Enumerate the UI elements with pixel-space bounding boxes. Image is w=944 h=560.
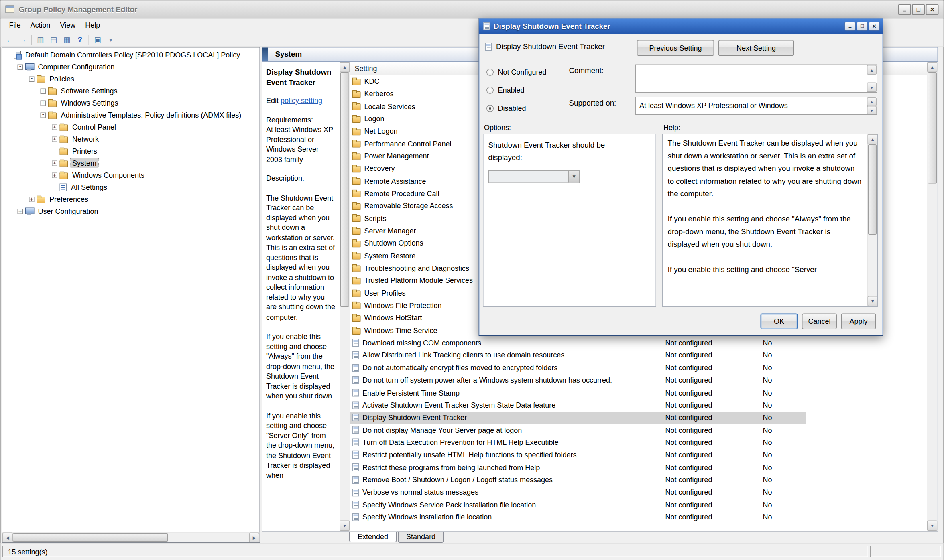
scroll-down-icon[interactable]: ▼: [868, 296, 878, 306]
toolbar-icon[interactable]: [104, 33, 118, 45]
spinner-down-icon[interactable]: ▼: [867, 106, 877, 114]
scroll-up-icon[interactable]: ▲: [868, 134, 878, 145]
view-tab[interactable]: Standard: [398, 532, 444, 543]
setting-row[interactable]: Enable Persistent Time Stamp Not configu…: [350, 386, 928, 399]
tree-item-label: Default Domain Controllers Policy [SP201…: [24, 50, 242, 60]
tree-item[interactable]: User Configuration: [2, 205, 260, 217]
toolbar-icon[interactable]: [60, 33, 73, 45]
setting-state: Not configured: [663, 351, 761, 359]
toolbar-icon[interactable]: [87, 33, 91, 45]
tree-item[interactable]: Computer Configuration: [2, 61, 260, 73]
menu-item[interactable]: Action: [26, 19, 55, 31]
setting-row[interactable]: Allow Distributed Link Tracking clients …: [350, 349, 928, 361]
tree-item[interactable]: Software Settings: [2, 85, 260, 97]
scroll-up-icon[interactable]: ▲: [927, 62, 938, 73]
scroll-down-icon[interactable]: ▼: [927, 521, 938, 531]
column-header-setting[interactable]: Setting: [355, 65, 377, 73]
tree-expander-icon[interactable]: [29, 197, 35, 202]
scroll-right-icon[interactable]: ▶: [249, 533, 260, 543]
toolbar-icon[interactable]: [30, 33, 34, 45]
radio-icon[interactable]: [486, 87, 494, 94]
apply-button[interactable]: Apply: [841, 314, 876, 329]
setting-row[interactable]: Activate Shutdown Event Tracker System S…: [350, 399, 928, 411]
tree-expander-icon[interactable]: [52, 160, 57, 166]
state-radio-option[interactable]: Enabled: [486, 85, 547, 95]
window-caption-button[interactable]: [898, 4, 911, 15]
radio-icon[interactable]: [486, 105, 494, 112]
tree-item[interactable]: Windows Settings: [2, 97, 260, 109]
setting-comment: No: [761, 450, 806, 459]
tree-item[interactable]: Default Domain Controllers Policy [SP201…: [2, 49, 260, 61]
scroll-down-icon[interactable]: ▼: [340, 521, 350, 531]
tree-item[interactable]: Printers: [2, 145, 260, 157]
tree-item-icon: [60, 136, 68, 143]
scroll-thumb[interactable]: [928, 72, 937, 184]
toolbar-icon[interactable]: [34, 33, 47, 45]
window-caption-button[interactable]: [926, 4, 939, 15]
tree-expander-icon[interactable]: [18, 64, 23, 70]
combobox-dropdown-icon[interactable]: [568, 171, 579, 183]
selected-setting-title: Display Shutdown Event Tracker: [266, 67, 337, 87]
dialog-caption-button[interactable]: [857, 22, 868, 31]
dialog-caption-button[interactable]: [869, 22, 880, 31]
scroll-left-icon[interactable]: ◀: [2, 533, 13, 543]
edit-policy-setting-link[interactable]: policy setting: [281, 96, 322, 105]
scroll-up-icon[interactable]: ▲: [867, 65, 877, 75]
scroll-down-icon[interactable]: ▼: [867, 83, 877, 92]
tree-expander-icon[interactable]: [41, 88, 46, 94]
comment-input[interactable]: [637, 66, 867, 92]
tree-item[interactable]: Administrative Templates: Policy definit…: [2, 109, 260, 121]
previous-setting-button[interactable]: Previous Setting: [637, 40, 714, 56]
setting-row[interactable]: Specify Windows installation file locati…: [350, 511, 928, 523]
setting-row[interactable]: Restrict potentially unsafe HTML Help fu…: [350, 448, 928, 461]
setting-row[interactable]: Display Shutdown Event Tracker Not confi…: [350, 411, 928, 424]
tree-expander-icon[interactable]: [41, 100, 46, 106]
tree-expander-icon[interactable]: [52, 172, 57, 178]
view-tab[interactable]: Extended: [349, 532, 397, 542]
setting-row[interactable]: Turn off Data Execution Prevention for H…: [350, 436, 928, 448]
menu-item[interactable]: View: [55, 19, 81, 31]
toolbar-icon[interactable]: [91, 33, 104, 45]
tracker-display-combobox[interactable]: [488, 170, 580, 183]
tree-item[interactable]: Network: [2, 133, 260, 145]
state-radio-option[interactable]: Disabled: [486, 103, 547, 113]
scroll-thumb[interactable]: [868, 144, 877, 235]
cancel-button[interactable]: Cancel: [802, 314, 837, 329]
ok-button[interactable]: OK: [761, 314, 798, 329]
tree-item[interactable]: System: [2, 157, 260, 169]
menu-item[interactable]: Help: [80, 19, 105, 31]
tree-item[interactable]: Windows Components: [2, 169, 260, 181]
toolbar-icon[interactable]: [3, 33, 16, 45]
next-setting-button[interactable]: Next Setting: [718, 40, 794, 56]
scroll-up-icon[interactable]: ▲: [340, 62, 350, 73]
tree-expander-icon[interactable]: [52, 136, 57, 142]
tree-item[interactable]: Preferences: [2, 193, 260, 205]
setting-row[interactable]: Remove Boot / Shutdown / Logon / Logoff …: [350, 474, 928, 486]
setting-row[interactable]: Download missing COM components Not conf…: [350, 337, 928, 349]
setting-row[interactable]: Do not automatically encrypt files moved…: [350, 361, 928, 374]
setting-name: Display Shutdown Event Tracker: [362, 413, 467, 422]
state-radio-option[interactable]: Not Configured: [486, 67, 547, 77]
toolbar-icon[interactable]: [73, 33, 87, 45]
dialog-caption-button[interactable]: [845, 22, 856, 31]
tree-item[interactable]: All Settings: [2, 181, 260, 193]
tree-expander-icon[interactable]: [29, 76, 35, 82]
window-caption-button[interactable]: [912, 4, 925, 15]
setting-row[interactable]: Verbose vs normal status messages Not co…: [350, 486, 928, 499]
setting-row[interactable]: Restrict these programs from being launc…: [350, 461, 928, 473]
tree-item[interactable]: Control Panel: [2, 121, 260, 133]
tree-expander-icon[interactable]: [18, 209, 23, 214]
setting-row[interactable]: Do not display Manage Your Server page a…: [350, 424, 928, 436]
tree-expander-icon[interactable]: [41, 112, 46, 118]
radio-icon[interactable]: [486, 69, 494, 76]
toolbar-icon[interactable]: [47, 33, 60, 45]
tree-expander-icon[interactable]: [52, 124, 57, 130]
scroll-thumb[interactable]: [340, 72, 350, 307]
setting-row[interactable]: Do not turn off system power after a Win…: [350, 374, 928, 386]
setting-row[interactable]: Specify Windows Service Pack installatio…: [350, 499, 928, 511]
tree-item[interactable]: Policies: [2, 73, 260, 85]
spinner-up-icon[interactable]: ▲: [867, 97, 877, 106]
toolbar-icon[interactable]: [16, 33, 30, 45]
menu-item[interactable]: File: [4, 19, 26, 31]
scroll-thumb[interactable]: [13, 533, 168, 542]
